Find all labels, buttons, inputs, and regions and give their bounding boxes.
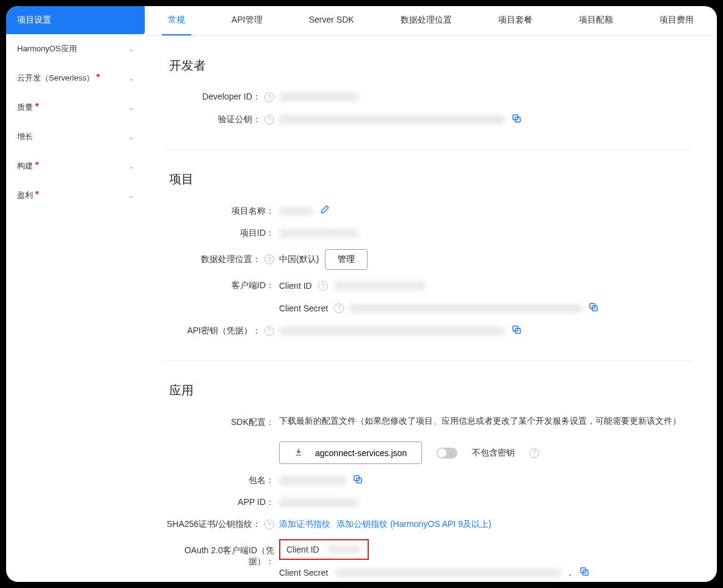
project-name-label: 项目名称：: [231, 206, 274, 217]
client-id-text: Client ID: [279, 281, 312, 291]
oauth-client-secret-text: Client Secret: [279, 568, 328, 578]
help-icon[interactable]: ?: [264, 255, 274, 264]
main-content: 常规 API管理 Server SDK 数据处理位置 项目套餐 项目配额 项目费…: [145, 6, 717, 582]
project-id-label: 项目ID：: [240, 228, 274, 239]
copy-icon[interactable]: [511, 324, 522, 337]
help-icon[interactable]: ?: [264, 115, 274, 125]
section-title: 项目: [163, 171, 692, 187]
section-project: 项目 项目名称： 项目ID： 数据处理位置：? 中国(默认): [163, 150, 692, 361]
sdk-description: 下载最新的配置文件（如果您修改了项目、应用信息或者更改了某个开发服务设置，可能需…: [279, 416, 681, 427]
tab-quota[interactable]: 项目配额: [573, 6, 619, 35]
sidebar-item-label: 云开发（Serverless）: [17, 73, 94, 82]
tab-plan[interactable]: 项目套餐: [492, 6, 539, 35]
sidebar-item-label: HarmonyOS应用: [17, 44, 77, 53]
tab-data-location[interactable]: 数据处理位置: [394, 6, 458, 35]
sidebar-header[interactable]: 项目设置: [6, 6, 145, 34]
package-label: 包名：: [249, 475, 274, 486]
verify-key-label: 验证公钥：: [218, 114, 261, 125]
copy-icon[interactable]: [588, 302, 599, 314]
redacted-value: [279, 207, 313, 216]
section-title: 开发者: [163, 57, 692, 74]
manage-button[interactable]: 管理: [325, 249, 368, 270]
help-icon[interactable]: ?: [334, 303, 344, 313]
sidebar-item-label: 质量: [17, 103, 33, 112]
chevron-down-icon: ⌄: [129, 104, 134, 111]
notification-dot: [35, 103, 38, 106]
chevron-down-icon: ⌄: [129, 75, 134, 82]
redacted-value: [279, 327, 505, 335]
sidebar-item-profit[interactable]: 盈利 ⌄: [6, 181, 145, 210]
redacted-value: [350, 304, 582, 313]
client-secret-text: Client Secret: [279, 303, 328, 313]
developer-id-label: Developer ID：: [202, 92, 261, 103]
oauth-client-id-highlight: Client ID: [279, 539, 369, 560]
data-location-label: 数据处理位置：: [201, 254, 261, 265]
sidebar-item-label: 盈利: [17, 191, 33, 200]
sidebar-item-build[interactable]: 构建 ⌄: [6, 151, 145, 181]
redacted-value: [279, 229, 358, 238]
help-icon[interactable]: ?: [264, 520, 274, 529]
tab-billing[interactable]: 项目费用: [653, 6, 700, 35]
chevron-down-icon: ⌄: [129, 134, 134, 140]
redacted-value: [279, 93, 358, 101]
add-cert-link[interactable]: 添加证书指纹: [279, 519, 330, 530]
redacted-value: [279, 476, 346, 485]
download-config-button[interactable]: agconnect-services.json: [279, 441, 422, 464]
help-icon[interactable]: ?: [264, 326, 274, 336]
oauth-label: OAuth 2.0客户端ID（凭据）：: [163, 545, 274, 567]
section-app: 应用 SDK配置： 下载最新的配置文件（如果您修改了项目、应用信息或者更改了某个…: [163, 361, 692, 582]
redacted-value: [335, 568, 561, 577]
client-id-label: 客户端ID：: [231, 280, 274, 291]
sidebar-item-harmonyos[interactable]: HarmonyOS应用 ⌄: [6, 34, 145, 64]
sidebar-item-serverless[interactable]: 云开发（Serverless） ⌄: [6, 64, 145, 93]
notification-dot: [35, 191, 38, 194]
no-secret-toggle[interactable]: [437, 448, 457, 459]
help-icon[interactable]: ?: [264, 92, 274, 102]
tab-general[interactable]: 常规: [162, 6, 191, 35]
copy-icon[interactable]: [511, 113, 522, 126]
copy-icon[interactable]: [352, 474, 363, 487]
notification-dot: [96, 74, 100, 77]
tab-bar: 常规 API管理 Server SDK 数据处理位置 项目套餐 项目配额 项目费…: [145, 6, 717, 36]
download-icon: [294, 448, 303, 458]
help-icon[interactable]: ?: [529, 448, 539, 458]
app-id-label: APP ID：: [238, 497, 274, 508]
section-developer: 开发者 Developer ID：? 验证公钥：?: [163, 36, 692, 150]
dot-separator: .: [569, 567, 571, 578]
edit-icon[interactable]: [319, 205, 330, 217]
sidebar: 项目设置 HarmonyOS应用 ⌄ 云开发（Serverless） ⌄ 质量 …: [6, 6, 145, 582]
help-icon[interactable]: ?: [318, 281, 328, 291]
section-title: 应用: [163, 382, 692, 399]
no-secret-label: 不包含密钥: [472, 448, 515, 459]
copy-icon[interactable]: [579, 566, 590, 579]
sidebar-item-quality[interactable]: 质量 ⌄: [6, 93, 145, 122]
sidebar-item-growth[interactable]: 增长 ⌄: [6, 122, 145, 151]
api-key-label: API密钥（凭据）：: [187, 325, 261, 336]
sidebar-item-label: 构建: [17, 161, 33, 170]
data-location-value: 中国(默认): [279, 254, 319, 265]
redacted-value: [328, 545, 362, 554]
tab-server-sdk[interactable]: Server SDK: [303, 6, 360, 35]
redacted-value: [279, 115, 505, 124]
redacted-value: [279, 498, 358, 507]
redacted-value: [334, 281, 426, 290]
chevron-down-icon: ⌄: [129, 46, 134, 53]
notification-dot: [35, 162, 38, 165]
sha-label: SHA256证书/公钥指纹：: [167, 519, 261, 530]
sdk-config-label: SDK配置：: [231, 417, 274, 428]
oauth-client-id-text: Client ID: [286, 545, 319, 554]
add-pubkey-link[interactable]: 添加公钥指纹 (HarmonyOS API 9及以上): [336, 519, 492, 530]
chevron-down-icon: ⌄: [129, 192, 134, 199]
chevron-down-icon: ⌄: [129, 163, 134, 170]
download-file-name: agconnect-services.json: [315, 448, 407, 458]
tab-api[interactable]: API管理: [225, 6, 269, 35]
sidebar-item-label: 增长: [17, 132, 33, 141]
